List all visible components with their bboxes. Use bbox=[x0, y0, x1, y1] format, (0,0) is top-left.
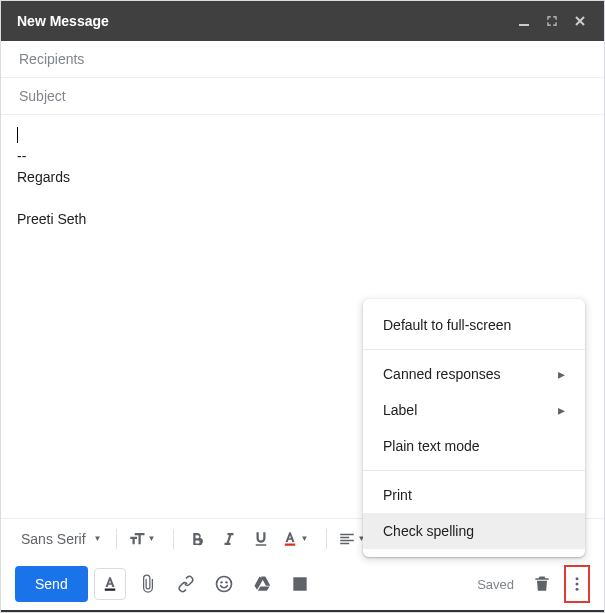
menu-item[interactable]: Default to full-screen bbox=[363, 307, 585, 343]
svg-point-4 bbox=[220, 581, 222, 583]
menu-item-label: Print bbox=[383, 487, 412, 503]
body-line: Preeti Seth bbox=[17, 209, 588, 230]
font-select[interactable]: Sans Serif ▼ bbox=[15, 527, 108, 551]
bold-button[interactable] bbox=[182, 524, 212, 554]
menu-separator bbox=[363, 470, 585, 471]
more-options-highlight bbox=[564, 565, 590, 603]
italic-button[interactable] bbox=[214, 524, 244, 554]
svg-point-7 bbox=[576, 583, 579, 586]
insert-photo-button[interactable] bbox=[284, 568, 316, 600]
separator bbox=[173, 529, 174, 549]
svg-point-6 bbox=[576, 577, 579, 580]
separator bbox=[326, 529, 327, 549]
subject-input[interactable] bbox=[17, 87, 588, 105]
text-caret bbox=[17, 127, 18, 143]
chevron-right-icon: ▸ bbox=[558, 366, 565, 382]
subject-row bbox=[1, 78, 604, 115]
menu-separator bbox=[363, 349, 585, 350]
body-line: Regards bbox=[17, 167, 588, 188]
svg-point-5 bbox=[225, 581, 227, 583]
menu-item-label: Check spelling bbox=[383, 523, 474, 539]
menu-item-label: Plain text mode bbox=[383, 438, 480, 454]
minimize-button[interactable] bbox=[510, 7, 538, 35]
discard-button[interactable] bbox=[526, 568, 558, 600]
body-line: -- bbox=[17, 146, 588, 167]
formatting-toggle-button[interactable] bbox=[94, 568, 126, 600]
more-options-menu: Default to full-screenCanned responses▸L… bbox=[363, 299, 585, 557]
window-title: New Message bbox=[17, 13, 510, 29]
svg-rect-1 bbox=[284, 543, 295, 545]
body-line bbox=[17, 188, 588, 209]
chevron-down-icon: ▼ bbox=[301, 534, 309, 543]
chevron-right-icon: ▸ bbox=[558, 402, 565, 418]
menu-item[interactable]: Print bbox=[363, 477, 585, 513]
svg-point-3 bbox=[216, 577, 231, 592]
insert-link-button[interactable] bbox=[170, 568, 202, 600]
send-button[interactable]: Send bbox=[15, 566, 88, 602]
font-select-label: Sans Serif bbox=[21, 531, 86, 547]
menu-item[interactable]: Check spelling bbox=[363, 513, 585, 549]
saved-label: Saved bbox=[477, 577, 514, 592]
menu-item[interactable]: Plain text mode bbox=[363, 428, 585, 464]
insert-drive-button[interactable] bbox=[246, 568, 278, 600]
body-line bbox=[17, 125, 588, 146]
attach-button[interactable] bbox=[132, 568, 164, 600]
more-options-button[interactable] bbox=[567, 568, 587, 600]
menu-item-label: Default to full-screen bbox=[383, 317, 511, 333]
recipients-input[interactable] bbox=[17, 50, 588, 68]
menu-item-label: Label bbox=[383, 402, 417, 418]
chevron-down-icon: ▼ bbox=[148, 534, 156, 543]
underline-button[interactable] bbox=[246, 524, 276, 554]
chevron-down-icon: ▼ bbox=[94, 534, 102, 543]
action-toolbar: Send Saved bbox=[1, 558, 604, 612]
menu-item[interactable]: Canned responses▸ bbox=[363, 356, 585, 392]
svg-point-8 bbox=[576, 588, 579, 591]
text-color-button[interactable]: ▼ bbox=[278, 524, 318, 554]
recipients-row bbox=[1, 41, 604, 78]
svg-rect-0 bbox=[519, 24, 529, 26]
separator bbox=[116, 529, 117, 549]
insert-emoji-button[interactable] bbox=[208, 568, 240, 600]
fullscreen-button[interactable] bbox=[538, 7, 566, 35]
close-button[interactable] bbox=[566, 7, 594, 35]
font-size-button[interactable]: ▼ bbox=[125, 524, 165, 554]
menu-item[interactable]: Label▸ bbox=[363, 392, 585, 428]
titlebar: New Message bbox=[1, 1, 604, 41]
menu-item-label: Canned responses bbox=[383, 366, 501, 382]
svg-rect-2 bbox=[104, 589, 115, 591]
